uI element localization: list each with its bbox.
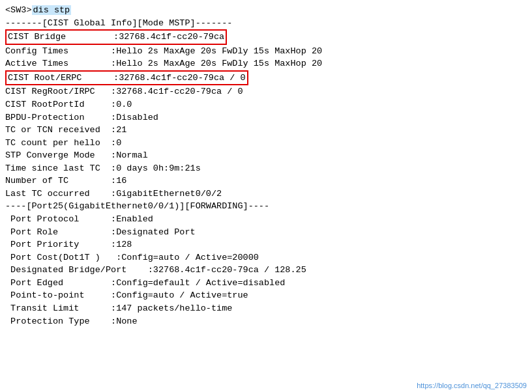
port-role-line: Port Role :Designated Port: [5, 226, 527, 239]
last-tc-line: Last TC occurred :GigabitEthernet0/0/2: [5, 188, 527, 201]
cist-bridge-line: CIST Bridge :32768.4c1f-cc20-79ca: [5, 29, 527, 45]
command-line: <SW3>dis stp: [5, 4, 527, 17]
prompt: <SW3>: [5, 5, 32, 15]
port-header-line: ----[Port25(GigabitEthernet0/0/1)][FORWA…: [5, 200, 527, 213]
port-edged-line: Port Edged :Config=default / Active=disa…: [5, 277, 527, 290]
active-times-line: Active Times :Hello 2s MaxAge 20s FwDly …: [5, 57, 527, 70]
tc-tcn-line: TC or TCN received :21: [5, 124, 527, 137]
num-tc-line: Number of TC :16: [5, 175, 527, 188]
cist-bridge-highlight: CIST Bridge :32768.4c1f-cc20-79ca: [5, 29, 227, 45]
command-text: dis stp: [32, 5, 72, 15]
transit-limit-line: Transit Limit :147 packets/hello-time: [5, 302, 527, 315]
watermark: https://blog.csdn.net/qq_27383509: [417, 382, 527, 389]
stp-mode-line: STP Converge Mode :Normal: [5, 149, 527, 162]
port-protocol-line: Port Protocol :Enabled: [5, 213, 527, 226]
cist-root-highlight: CIST Root/ERPC :32768.4c1f-cc20-79ca / 0: [5, 70, 248, 86]
port-priority-line: Port Priority :128: [5, 238, 527, 251]
port-cost-line: Port Cost(Dot1T ) :Config=auto / Active=…: [5, 251, 527, 264]
tc-count-line: TC count per hello :0: [5, 137, 527, 150]
header-line: -------[CIST Global Info][Mode MSTP]----…: [5, 17, 527, 30]
bpdu-protection-line: BPDU-Protection :Disabled: [5, 111, 527, 124]
terminal-window: <SW3>dis stp -------[CIST Global Info][M…: [0, 0, 532, 392]
time-tc-line: Time since last TC :0 days 0h:9m:21s: [5, 162, 527, 175]
point-to-point-line: Point-to-point :Config=auto / Active=tru…: [5, 289, 527, 302]
protection-type-line: Protection Type :None: [5, 315, 527, 328]
cist-rootportid-line: CIST RootPortId :0.0: [5, 98, 527, 111]
cist-regroot-line: CIST RegRoot/IRPC :32768.4c1f-cc20-79ca …: [5, 85, 527, 98]
cist-root-line: CIST Root/ERPC :32768.4c1f-cc20-79ca / 0: [5, 70, 527, 86]
config-times-line: Config Times :Hello 2s MaxAge 20s FwDly …: [5, 45, 527, 58]
designated-bridge-line: Designated Bridge/Port :32768.4c1f-cc20-…: [5, 264, 527, 277]
